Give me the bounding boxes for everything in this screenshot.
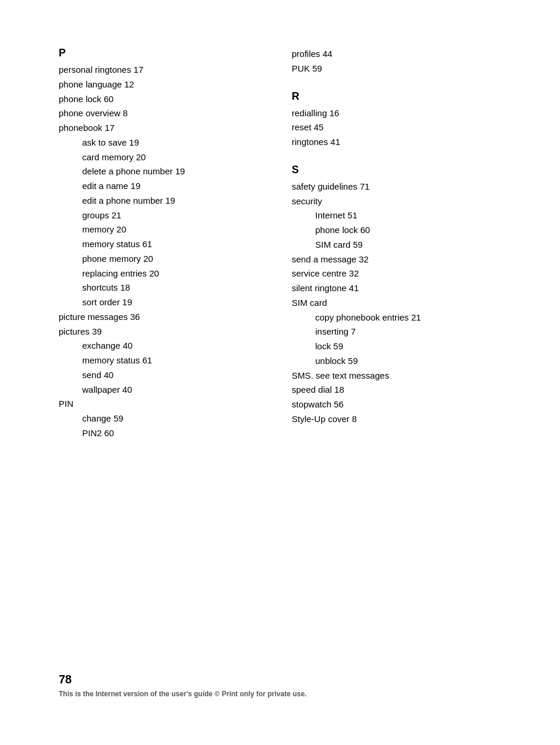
index-entry: phone lock 60 [59, 92, 268, 107]
index-entry: PIN2 60 [59, 426, 268, 441]
index-entry: groups 21 [59, 208, 268, 223]
columns-wrapper: Ppersonal ringtones 17phone language 12p… [59, 47, 501, 643]
index-entry: redialling 16 [292, 106, 501, 121]
index-entry: picture messages 36 [59, 310, 268, 325]
index-entry: silent ringtone 41 [292, 281, 501, 296]
index-entry: service centre 32 [292, 267, 501, 281]
index-entry: unblock 59 [292, 354, 501, 369]
section-block-section-r: Rredialling 16reset 45ringtones 41 [292, 90, 501, 150]
index-entry: memory 20 [59, 223, 268, 237]
index-entry: speed dial 18 [292, 383, 501, 397]
section-letter-s: S [292, 164, 501, 176]
index-entry: PUK 59 [292, 62, 501, 76]
index-entry: PIN [59, 397, 268, 412]
index-entry: send 40 [59, 368, 268, 383]
index-entry: memory status 61 [59, 237, 268, 252]
index-entry: wallpaper 40 [59, 383, 268, 397]
index-entry: sort order 19 [59, 295, 268, 310]
column-left: Ppersonal ringtones 17phone language 12p… [59, 47, 268, 643]
index-entry: stopwatch 56 [292, 397, 501, 412]
index-entry: card memory 20 [59, 150, 268, 165]
index-entry: copy phonebook entries 21 [292, 311, 501, 325]
index-entry: exchange 40 [59, 339, 268, 353]
index-entry: security [292, 194, 501, 209]
index-entry: inserting 7 [292, 325, 501, 339]
index-entry: phone language 12 [59, 77, 268, 92]
section-letter-r: R [292, 90, 501, 103]
index-entry: memory status 61 [59, 353, 268, 368]
footer-note: This is the Internet version of the user… [59, 690, 501, 698]
index-entry: SIM card 59 [292, 238, 501, 252]
section-block-section-p-cont: profiles 44PUK 59 [292, 47, 501, 76]
index-entry: shortcuts 18 [59, 281, 268, 295]
page-container: Ppersonal ringtones 17phone language 12p… [0, 0, 560, 745]
index-entry: SMS. see text messages [292, 369, 501, 383]
index-entry: ask to save 19 [59, 136, 268, 150]
index-entry: change 59 [59, 412, 268, 426]
index-entry: phonebook 17 [59, 121, 268, 136]
section-block-section-s: Ssafety guidelines 71securityInternet 51… [292, 164, 501, 427]
index-entry: replacing entries 20 [59, 267, 268, 281]
index-entry: phone lock 60 [292, 223, 501, 238]
column-right: profiles 44PUK 59Rredialling 16reset 45r… [292, 47, 501, 643]
index-entry: personal ringtones 17 [59, 63, 268, 77]
index-entry: delete a phone number 19 [59, 164, 268, 179]
index-entry: pictures 39 [59, 325, 268, 339]
index-entry: ringtones 41 [292, 135, 501, 150]
index-entry: Internet 51 [292, 208, 501, 223]
index-entry: Style-Up cover 8 [292, 412, 501, 427]
index-entry: safety guidelines 71 [292, 180, 501, 194]
page-footer: 78 This is the Internet version of the u… [59, 667, 501, 698]
index-entry: SIM card [292, 296, 501, 311]
index-entry: reset 45 [292, 120, 501, 135]
index-entry: lock 59 [292, 339, 501, 354]
section-letter-p: P [59, 47, 268, 59]
page-number: 78 [59, 673, 501, 686]
index-entry: profiles 44 [292, 47, 501, 62]
index-entry: edit a name 19 [59, 179, 268, 194]
section-block-section-p: Ppersonal ringtones 17phone language 12p… [59, 47, 268, 441]
index-entry: phone memory 20 [59, 252, 268, 267]
index-entry: phone overview 8 [59, 106, 268, 121]
index-entry: send a message 32 [292, 252, 501, 267]
index-entry: edit a phone number 19 [59, 194, 268, 208]
